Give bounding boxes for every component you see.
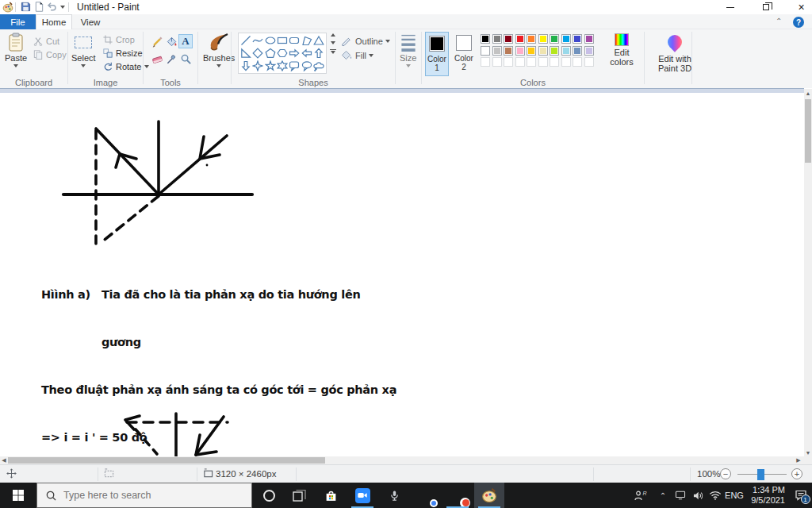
palette-swatch-ffffff[interactable]	[481, 46, 490, 56]
palette-swatch-000000[interactable]	[481, 34, 490, 44]
shape-curve[interactable]	[251, 34, 263, 47]
display-tray-button[interactable]	[672, 483, 689, 508]
palette-swatch-fff200[interactable]	[538, 34, 548, 44]
shape-diamond[interactable]	[251, 47, 263, 60]
network-button[interactable]	[707, 483, 724, 508]
palette-swatch-7092be[interactable]	[573, 46, 582, 56]
palette-swatch-empty[interactable]	[561, 57, 571, 67]
palette-swatch-ffaec9[interactable]	[515, 46, 525, 56]
taskbar-app-paint[interactable]	[474, 483, 504, 508]
minimize-ribbon-chevron-icon[interactable]: ⌃	[776, 17, 782, 25]
shape-arrow-right[interactable]	[289, 47, 301, 60]
search-input[interactable]	[63, 490, 230, 501]
fill-button[interactable]: Fill	[341, 50, 373, 60]
eraser-tool-button[interactable]	[150, 52, 164, 66]
zoom-out-button[interactable]: −	[720, 468, 731, 479]
palette-swatch-ff7f27[interactable]	[527, 34, 536, 44]
palette-swatch-99d9ea[interactable]	[561, 46, 571, 56]
shape-right-triangle[interactable]	[239, 47, 251, 60]
palette-swatch-empty[interactable]	[515, 57, 525, 67]
scroll-up-icon[interactable]	[331, 33, 335, 37]
volume-button[interactable]	[689, 483, 707, 508]
vertical-scroll-thumb[interactable]	[805, 99, 811, 163]
palette-swatch-c8bfe7[interactable]	[584, 46, 594, 56]
palette-swatch-empty[interactable]	[504, 57, 513, 67]
customize-qat-chevron-icon[interactable]	[60, 6, 65, 9]
shape-rounded-rectangle[interactable]	[289, 34, 301, 47]
fill-tool-button[interactable]	[164, 34, 178, 48]
shape-cloud-callout[interactable]	[313, 60, 325, 72]
new-file-button[interactable]	[34, 2, 44, 12]
scroll-left-icon[interactable]: ◀	[0, 456, 8, 464]
shape-line[interactable]	[239, 34, 251, 47]
palette-swatch-c3c3c3[interactable]	[492, 46, 502, 56]
shape-star-6[interactable]	[276, 60, 288, 72]
shape-hexagon[interactable]	[276, 47, 288, 60]
shape-triangle[interactable]	[313, 34, 325, 47]
taskbar-app-store[interactable]	[316, 483, 346, 508]
copy-button[interactable]: Copy	[33, 48, 67, 60]
paint-canvas[interactable]: Hìình a) Tia đã cho là tia phản xạ do ti…	[0, 88, 804, 456]
tab-home[interactable]: Home	[36, 14, 72, 29]
palette-swatch-empty[interactable]	[573, 57, 582, 67]
shape-rounded-callout[interactable]	[289, 60, 301, 72]
scroll-right-icon[interactable]: ▶	[795, 456, 802, 464]
horizontal-scrollbar[interactable]: ◀ ▶	[0, 456, 804, 464]
taskbar-app-zoom-app[interactable]	[347, 483, 377, 508]
outline-button[interactable]: Outline	[341, 36, 390, 46]
shape-star-5[interactable]	[264, 60, 276, 72]
palette-swatch-empty[interactable]	[481, 57, 490, 67]
close-button[interactable]: ×	[783, 0, 812, 14]
shape-polygon[interactable]	[301, 34, 312, 47]
palette-swatch-22b14c[interactable]	[550, 34, 559, 44]
taskbar-app-coccoc[interactable]	[442, 483, 473, 508]
palette-swatch-empty[interactable]	[550, 57, 559, 67]
resize-button[interactable]: Resize	[103, 47, 143, 59]
palette-swatch-b5e61d[interactable]	[550, 46, 559, 56]
minimize-button[interactable]	[712, 0, 748, 14]
people-button[interactable]: R	[629, 483, 653, 508]
tab-view[interactable]: View	[72, 14, 109, 29]
palette-swatch-empty[interactable]	[538, 57, 548, 67]
palette-swatch-7f7f7f[interactable]	[492, 34, 502, 44]
taskbar-app-chrome[interactable]	[411, 483, 441, 508]
select-button[interactable]: Select	[71, 34, 96, 67]
shape-rectangle[interactable]	[276, 34, 288, 47]
undo-button[interactable]	[47, 2, 57, 12]
edit-colors-button[interactable]: Edit colors	[603, 33, 641, 67]
color-picker-tool-button[interactable]	[164, 52, 178, 66]
horizontal-scroll-thumb[interactable]	[8, 457, 325, 464]
cut-button[interactable]: Cut	[33, 35, 59, 47]
palette-swatch-empty[interactable]	[492, 57, 502, 67]
scroll-up-icon[interactable]: ▲	[804, 89, 812, 97]
save-button[interactable]	[21, 2, 31, 12]
start-button[interactable]	[0, 483, 36, 508]
zoom-slider-thumb[interactable]	[757, 469, 764, 480]
palette-swatch-efe4b0[interactable]	[538, 46, 548, 56]
color2-button[interactable]: Color 2	[452, 32, 476, 76]
magnifier-tool-button[interactable]	[178, 52, 193, 66]
palette-swatch-ed1c24[interactable]	[515, 34, 525, 44]
palette-swatch-880015[interactable]	[504, 34, 513, 44]
pencil-tool-button[interactable]	[150, 34, 164, 48]
scroll-down-icon[interactable]: ▼	[804, 448, 812, 456]
clock[interactable]: 1:34 PM 9/5/2021	[744, 483, 785, 508]
vertical-scrollbar[interactable]: ▲ ▼	[804, 89, 812, 456]
palette-swatch-empty[interactable]	[584, 57, 594, 67]
taskbar-search[interactable]	[36, 483, 252, 508]
shape-ellipse[interactable]	[264, 34, 276, 47]
scroll-down-icon[interactable]	[331, 41, 335, 44]
shapes-more-button[interactable]	[330, 49, 336, 54]
cortana-button[interactable]	[254, 483, 284, 508]
palette-swatch-empty[interactable]	[527, 57, 536, 67]
tab-file[interactable]: File	[0, 14, 36, 29]
shape-pentagon[interactable]	[264, 47, 276, 60]
action-center-button[interactable]: 1	[789, 483, 812, 508]
shape-arrow-down[interactable]	[239, 60, 251, 72]
taskbar-app-voice-recorder[interactable]	[379, 483, 409, 508]
shape-arrow-up[interactable]	[313, 47, 325, 60]
crop-button[interactable]: Crop	[103, 33, 135, 45]
color1-button[interactable]: Color 1	[425, 32, 449, 76]
help-button[interactable]: ?	[793, 17, 804, 28]
palette-swatch-00a2e8[interactable]	[561, 34, 571, 44]
